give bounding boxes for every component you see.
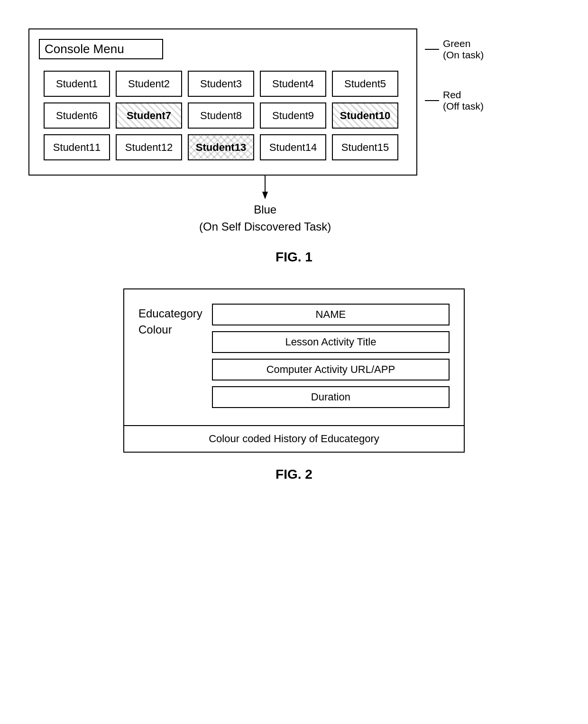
field-name-box[interactable]: NAME (212, 304, 450, 325)
student-cell-10[interactable]: Student10 (332, 102, 398, 129)
student-cell-4[interactable]: Student4 (260, 71, 326, 97)
student-cell-5[interactable]: Student5 (332, 71, 398, 97)
student-cell-13[interactable]: Student13 (188, 134, 254, 160)
student-cell-1[interactable]: Student1 (44, 71, 110, 97)
student-cell-9[interactable]: Student9 (260, 102, 326, 129)
svg-marker-1 (262, 192, 268, 199)
student-cell-2[interactable]: Student2 (116, 71, 182, 97)
blue-annotation: Blue (On Self Discovered Task) (199, 201, 331, 235)
arrow-down-svg (256, 176, 275, 199)
legend-red-label: Red (Off task) (443, 89, 484, 112)
field-computer-box[interactable]: Computer Activity URL/APP (212, 359, 450, 381)
student-cell-11[interactable]: Student11 (44, 134, 110, 160)
fig1-section: Console Menu Student1 Student2 Student3 … (28, 28, 560, 235)
educategory-label: Educategory Colour (138, 306, 202, 337)
student-cell-8[interactable]: Student8 (188, 102, 254, 129)
field-lesson-box[interactable]: Lesson Activity Title (212, 331, 450, 353)
fig2-section: Educategory Colour NAME Lesson Activity … (28, 288, 560, 453)
legend-green: Green (On task) (425, 38, 484, 61)
student-cell-12[interactable]: Student12 (116, 134, 182, 160)
fig2-box: Educategory Colour NAME Lesson Activity … (123, 288, 465, 453)
student-cell-7[interactable]: Student7 (116, 102, 182, 129)
legend-green-dash (425, 49, 439, 50)
console-box: Console Menu Student1 Student2 Student3 … (28, 28, 417, 176)
student-cell-3[interactable]: Student3 (188, 71, 254, 97)
student-cell-6[interactable]: Student6 (44, 102, 110, 129)
student-cell-14[interactable]: Student14 (260, 134, 326, 160)
fig2-caption: FIG. 2 (28, 467, 560, 482)
student-cell-15[interactable]: Student15 (332, 134, 398, 160)
fig1-layout: Console Menu Student1 Student2 Student3 … (28, 28, 560, 176)
legend-red-dash (425, 100, 439, 101)
field-history-bar[interactable]: Colour coded History of Educategory (124, 425, 464, 452)
legend-green-label: Green (On task) (443, 38, 484, 61)
fig2-fields: NAME Lesson Activity Title Computer Acti… (212, 304, 450, 408)
fig2-inner: Educategory Colour NAME Lesson Activity … (124, 289, 464, 425)
legend-red: Red (Off task) (425, 89, 484, 112)
student-grid: Student1 Student2 Student3 Student4 Stud… (44, 71, 407, 160)
field-duration-box[interactable]: Duration (212, 386, 450, 408)
blue-annotation-area: Blue (On Self Discovered Task) (199, 176, 331, 235)
fig2-top-row: Educategory Colour NAME Lesson Activity … (138, 304, 450, 408)
console-menu-label: Console Menu (39, 39, 163, 59)
fig1-caption: FIG. 1 (28, 250, 560, 265)
legend-area: Green (On task) Red (Off task) (425, 28, 484, 121)
